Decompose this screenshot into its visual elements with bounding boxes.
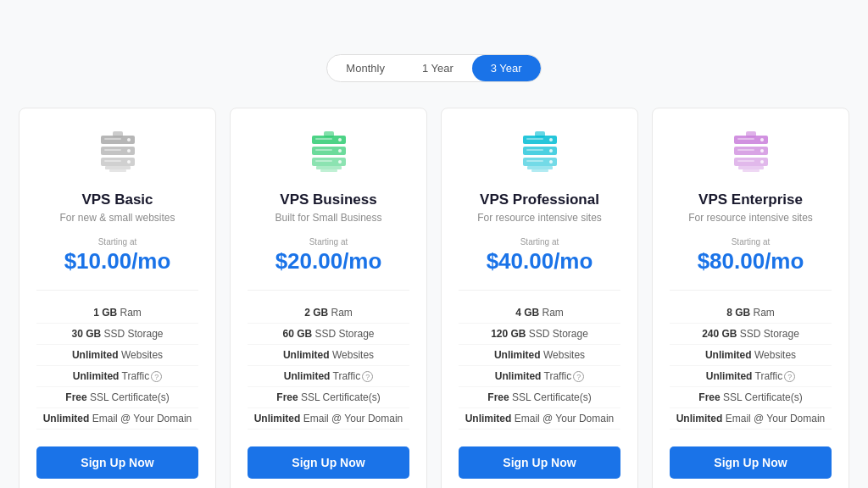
- feature-item: Unlimited Email @ Your Domain: [36, 408, 198, 430]
- signup-button-enterprise[interactable]: Sign Up Now: [670, 446, 832, 479]
- features-list: 2 GB Ram 60 GB SSD Storage Unlimited Web…: [248, 290, 409, 430]
- svg-point-5: [127, 149, 131, 152]
- plans-grid: VPS Basic For new & small websites Start…: [19, 108, 849, 488]
- plan-card-basic: VPS Basic For new & small websites Start…: [19, 108, 216, 488]
- svg-rect-3: [113, 131, 123, 137]
- plan-icon-enterprise: [726, 129, 776, 180]
- svg-rect-21: [315, 160, 332, 162]
- svg-point-42: [760, 160, 764, 164]
- svg-point-29: [549, 149, 553, 152]
- svg-rect-39: [746, 131, 756, 137]
- plan-icon-basic: [92, 129, 143, 180]
- svg-rect-8: [104, 149, 121, 151]
- feature-item: Unlimited Traffic?: [248, 366, 409, 387]
- feature-item: 4 GB Ram: [459, 302, 620, 324]
- feature-item: 60 GB SSD Storage: [248, 324, 409, 345]
- feature-item: Free SSL Certificate(s): [670, 387, 832, 408]
- feature-item: 1 GB Ram: [36, 302, 198, 324]
- svg-rect-44: [737, 149, 754, 151]
- svg-rect-9: [104, 160, 121, 162]
- svg-point-16: [338, 138, 342, 141]
- feature-item: 120 GB SSD Storage: [459, 324, 620, 345]
- plan-card-professional: VPS Professional For resource intensive …: [441, 108, 638, 488]
- plan-icon-professional: [515, 129, 565, 180]
- plan-card-enterprise: VPS Enterprise For resource intensive si…: [652, 108, 849, 488]
- plan-description: For resource intensive sites: [477, 212, 602, 224]
- svg-rect-35: [531, 169, 548, 172]
- feature-item: 240 GB SSD Storage: [670, 324, 832, 345]
- svg-point-28: [549, 138, 553, 141]
- svg-rect-47: [743, 169, 760, 172]
- billing-1year[interactable]: 1 Year: [403, 55, 472, 81]
- feature-item: Unlimited Email @ Your Domain: [459, 408, 620, 430]
- features-list: 8 GB Ram 240 GB SSD Storage Unlimited We…: [670, 290, 832, 430]
- feature-item: Unlimited Websites: [248, 345, 409, 366]
- feature-item: 30 GB SSD Storage: [36, 324, 198, 345]
- plan-price: $40.00/mo: [487, 248, 593, 274]
- plan-card-business: VPS Business Built for Small Business St…: [230, 108, 427, 488]
- plan-icon-business: [303, 129, 354, 180]
- plan-name: VPS Business: [280, 191, 376, 208]
- svg-point-4: [127, 138, 131, 141]
- feature-item: Free SSL Certificate(s): [459, 387, 620, 408]
- plan-name: VPS Enterprise: [698, 191, 803, 208]
- plan-price: $20.00/mo: [275, 248, 382, 274]
- plan-name: VPS Basic: [81, 191, 153, 208]
- svg-rect-10: [105, 166, 131, 169]
- plan-price: $10.00/mo: [64, 248, 171, 274]
- starting-at-label: Starting at: [732, 237, 771, 247]
- svg-point-6: [127, 160, 131, 164]
- billing-monthly[interactable]: Monthly: [327, 55, 403, 81]
- feature-item: Free SSL Certificate(s): [248, 387, 409, 408]
- billing-3year[interactable]: 3 Year: [472, 55, 541, 81]
- feature-item: 2 GB Ram: [248, 302, 409, 324]
- info-icon[interactable]: ?: [362, 371, 373, 382]
- svg-rect-45: [737, 160, 754, 162]
- signup-button-basic[interactable]: Sign Up Now: [36, 446, 198, 479]
- signup-button-professional[interactable]: Sign Up Now: [459, 446, 620, 479]
- starting-at-label: Starting at: [520, 237, 559, 247]
- feature-item: Unlimited Traffic?: [36, 366, 198, 387]
- plan-price: $80.00/mo: [698, 248, 804, 274]
- svg-rect-31: [526, 138, 543, 140]
- svg-rect-27: [535, 131, 545, 137]
- feature-item: Unlimited Email @ Your Domain: [670, 408, 832, 430]
- svg-rect-43: [737, 138, 754, 140]
- svg-point-18: [338, 160, 342, 164]
- features-list: 1 GB Ram 30 GB SSD Storage Unlimited Web…: [36, 290, 198, 430]
- plan-description: Built for Small Business: [275, 212, 381, 224]
- svg-rect-7: [104, 138, 121, 140]
- signup-button-business[interactable]: Sign Up Now: [248, 446, 409, 479]
- feature-item: Unlimited Traffic?: [670, 366, 832, 387]
- svg-rect-46: [738, 166, 764, 169]
- svg-point-40: [760, 138, 764, 141]
- starting-at-label: Starting at: [309, 237, 348, 247]
- svg-rect-20: [315, 149, 332, 151]
- svg-rect-15: [324, 131, 334, 137]
- svg-point-41: [760, 149, 764, 152]
- feature-item: Free SSL Certificate(s): [36, 387, 198, 408]
- svg-point-30: [549, 160, 553, 164]
- svg-rect-22: [316, 166, 342, 169]
- billing-toggle: Monthly 1 Year 3 Year: [326, 54, 541, 82]
- plan-description: For resource intensive sites: [688, 212, 813, 224]
- info-icon[interactable]: ?: [151, 371, 162, 382]
- features-list: 4 GB Ram 120 GB SSD Storage Unlimited We…: [459, 290, 620, 430]
- info-icon[interactable]: ?: [784, 371, 795, 382]
- svg-rect-19: [315, 138, 332, 140]
- feature-item: Unlimited Websites: [670, 345, 832, 366]
- starting-at-label: Starting at: [98, 237, 137, 247]
- svg-rect-34: [527, 166, 553, 169]
- feature-item: 8 GB Ram: [670, 302, 832, 324]
- feature-item: Unlimited Email @ Your Domain: [248, 408, 409, 430]
- info-icon[interactable]: ?: [573, 371, 584, 382]
- svg-point-17: [338, 149, 342, 152]
- plan-name: VPS Professional: [480, 191, 599, 208]
- feature-item: Unlimited Websites: [459, 345, 620, 366]
- svg-rect-33: [526, 160, 543, 162]
- svg-rect-11: [109, 169, 126, 172]
- feature-item: Unlimited Traffic?: [459, 366, 620, 387]
- svg-rect-23: [320, 169, 337, 172]
- plan-description: For new & small websites: [59, 212, 175, 224]
- svg-rect-32: [526, 149, 543, 151]
